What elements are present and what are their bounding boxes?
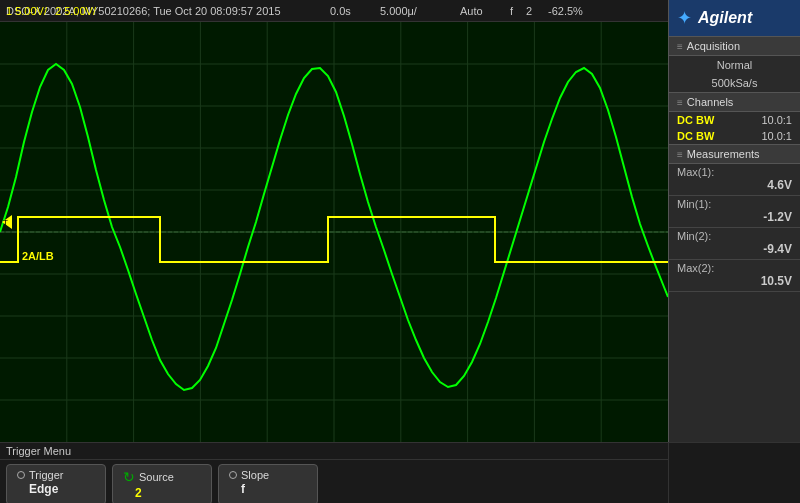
acquisition-mode: Normal	[679, 59, 790, 71]
min2-value-row: -9.4V	[669, 242, 800, 260]
acquisition-rate-row: 500kSa/s	[669, 74, 800, 92]
top-bar-overlay: 1 5.00V/ 2 5.00V/ 0.0s 5.000μ/ Auto f 2 …	[0, 0, 668, 22]
trigger-source-button[interactable]: ↻ Source 2	[112, 464, 212, 503]
trigger-edge-label: Trigger	[29, 469, 63, 481]
acquisition-rate: 500kSa/s	[679, 77, 790, 89]
svg-text:T: T	[3, 218, 8, 227]
refresh-icon: ↻	[123, 469, 135, 485]
ch-num: 2	[526, 5, 532, 17]
trigger-slope-button[interactable]: Slope f	[218, 464, 318, 503]
max2-value: 10.5V	[761, 274, 792, 288]
channels-section-header: Channels	[669, 92, 800, 112]
ch1-value: 10.0:1	[761, 114, 792, 126]
max2-value-row: 10.5V	[669, 274, 800, 292]
time-offset: 0.0s	[330, 5, 351, 17]
trigger-level-indicator: T	[2, 215, 14, 233]
agilent-header: ✦ Agilent	[669, 0, 800, 36]
acquisition-label: Acquisition	[687, 40, 740, 52]
bottom-right-panel	[668, 442, 800, 503]
ch1-indicator: 1 5.00V/	[6, 5, 47, 17]
voltage-percent: -62.5%	[548, 5, 583, 17]
channels-label: Channels	[687, 96, 733, 108]
trigger-source-top: ↻ Source	[123, 469, 174, 485]
max2-label: Max(2):	[677, 262, 714, 274]
acquisition-mode-row: Normal	[669, 56, 800, 74]
time-div: 5.000μ/	[380, 5, 417, 17]
ch2-row: DC BW 10.0:1	[669, 128, 800, 144]
trigger-slope-top: Slope	[229, 469, 269, 481]
max1-label-row: Max(1):	[669, 164, 800, 178]
min2-label: Min(2):	[677, 230, 711, 242]
trigger-source-value: 2	[123, 486, 142, 500]
f-label: f	[510, 5, 513, 17]
ch2-value: 10.0:1	[761, 130, 792, 142]
max2-label-row: Max(2):	[669, 260, 800, 274]
trigger-mode: Auto	[460, 5, 483, 17]
trigger-slope-circle	[229, 471, 237, 479]
agilent-logo-icon: ✦	[677, 7, 692, 29]
max1-value: 4.6V	[767, 178, 792, 192]
min2-label-row: Min(2):	[669, 228, 800, 242]
acquisition-section-header: Acquisition	[669, 36, 800, 56]
measurements-section-header: Measurements	[669, 144, 800, 164]
trigger-edge-top: Trigger	[17, 469, 63, 481]
ch2-indicator: 2 5.00V/	[55, 5, 96, 17]
measurements-label: Measurements	[687, 148, 760, 160]
min1-label: Min(1):	[677, 198, 711, 210]
trigger-menu-title: Trigger Menu	[0, 443, 668, 460]
ch2-screen-marker: 2A/LB	[22, 250, 54, 262]
right-panel: ✦ Agilent Acquisition Normal 500kSa/s Ch…	[668, 0, 800, 442]
ch2-label: DC BW	[677, 130, 714, 142]
min1-value-row: -1.2V	[669, 210, 800, 228]
min1-label-row: Min(1):	[669, 196, 800, 210]
trigger-source-label: Source	[139, 471, 174, 483]
grid-lines	[0, 22, 668, 442]
max1-label: Max(1):	[677, 166, 714, 178]
min2-value: -9.4V	[763, 242, 792, 256]
scope-screen: 2A/LB T	[0, 22, 668, 442]
ch1-row: DC BW 10.0:1	[669, 112, 800, 128]
max1-value-row: 4.6V	[669, 178, 800, 196]
agilent-brand-label: Agilent	[698, 9, 752, 27]
ch1-label: DC BW	[677, 114, 714, 126]
min1-value: -1.2V	[763, 210, 792, 224]
trigger-buttons: Trigger Edge ↻ Source 2 Slope f	[0, 460, 668, 503]
trigger-slope-value: f	[229, 482, 245, 496]
trigger-edge-button[interactable]: Trigger Edge	[6, 464, 106, 503]
trigger-edge-circle	[17, 471, 25, 479]
trigger-edge-value: Edge	[17, 482, 58, 496]
trigger-slope-label: Slope	[241, 469, 269, 481]
trigger-menu-bar: Trigger Menu Trigger Edge ↻ Source 2 Slo…	[0, 442, 668, 503]
